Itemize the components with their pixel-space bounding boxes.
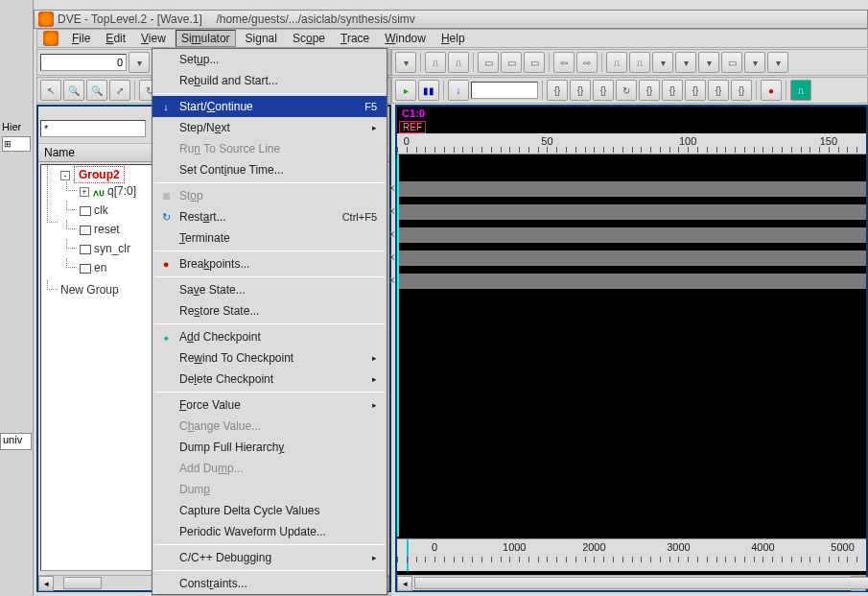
- sim-restart[interactable]: ↻Restart...Ctrl+F5: [152, 206, 387, 227]
- sim-delete-checkpoint[interactable]: Delete Checkpoint▸: [152, 369, 387, 390]
- title-bar: DVE - TopLevel.2 - [Wave.1] /home/guests…: [34, 10, 868, 29]
- menu-window[interactable]: Window: [379, 30, 432, 47]
- menu-trace[interactable]: Trace: [335, 30, 375, 47]
- menu-scope[interactable]: Scope: [287, 30, 331, 47]
- step-e-icon[interactable]: {}: [639, 80, 660, 101]
- cursor-c1-label[interactable]: C1:0: [399, 107, 864, 120]
- tb-more3-icon[interactable]: ▾: [698, 52, 719, 73]
- start-arrow-icon: ↓: [158, 99, 174, 114]
- menu-signal[interactable]: Signal: [240, 30, 283, 47]
- bp-icon[interactable]: ●: [761, 80, 782, 101]
- sim-set-continue-time[interactable]: Set Continue Time...: [152, 159, 387, 180]
- waveform-area[interactable]: x x x x x: [397, 155, 866, 536]
- hier-tree-toggle[interactable]: [2, 136, 31, 152]
- step-a-icon[interactable]: {}: [547, 80, 568, 101]
- sim-setup[interactable]: Setup...: [152, 49, 387, 70]
- sim-force-value[interactable]: Force Value▸: [152, 394, 387, 416]
- sim-restore-state[interactable]: Restore State...: [152, 300, 387, 322]
- simulator-menu-dropdown: Setup... Rebuild and Start... ↓Start/Con…: [152, 48, 387, 595]
- cursor-icon[interactable]: ↖: [40, 80, 61, 101]
- tb-more1-icon[interactable]: ▾: [652, 52, 673, 73]
- sim-dump-full[interactable]: Dump Full Hierarchy: [152, 437, 387, 458]
- tb-mod-icon[interactable]: ▾: [744, 52, 765, 73]
- wave-row-clk[interactable]: x: [399, 201, 866, 224]
- time-ruler-top[interactable]: 0 50 100 150: [397, 133, 866, 155]
- zoom-out-icon[interactable]: 🔍: [86, 80, 107, 101]
- tb-folder3-icon[interactable]: ▭: [524, 52, 545, 73]
- menu-view[interactable]: View: [135, 30, 172, 47]
- hier-label: Hier: [2, 121, 21, 132]
- sim-start-continue[interactable]: ↓Start/ContinueF5: [152, 96, 387, 117]
- wave-hscroll[interactable]: ◂ ▸: [397, 575, 866, 590]
- wave-cursor-labels: C1:0 REF: [399, 107, 864, 131]
- scroll-left-icon[interactable]: ◂: [38, 576, 54, 591]
- zoom-in-icon[interactable]: 🔍: [63, 80, 84, 101]
- title-app: DVE - TopLevel.2 - [Wave.1]: [58, 12, 202, 26]
- step-d-icon[interactable]: ↻: [616, 80, 637, 101]
- toolbar-4: ▸ ▮▮ ↓ {} {} {} ↻ {} {} {} {} {} ● ⎍: [391, 77, 868, 104]
- tb-more2-icon[interactable]: ▾: [675, 52, 696, 73]
- univ-dropdown[interactable]: univ: [0, 433, 32, 450]
- wave-view-icon[interactable]: ⎍: [790, 80, 811, 101]
- menu-edit[interactable]: Edit: [100, 30, 131, 47]
- tb-folder2-icon[interactable]: ▭: [501, 52, 522, 73]
- step-c-icon[interactable]: {}: [593, 80, 614, 101]
- sim-periodic-update[interactable]: Periodic Waveform Update...: [152, 521, 387, 542]
- tb-wave2-icon[interactable]: ⎍: [629, 52, 650, 73]
- sim-add-dump: Add Dump...: [152, 458, 387, 479]
- tb-page-icon[interactable]: ▭: [721, 52, 742, 73]
- tb-mod2-icon[interactable]: ▾: [767, 52, 788, 73]
- sim-terminate[interactable]: Terminate: [152, 227, 387, 249]
- zoom-fit-icon[interactable]: ⤢: [109, 80, 130, 101]
- cursor-ref-label[interactable]: REF: [399, 121, 426, 133]
- sim-add-checkpoint[interactable]: ⬥Add Checkpoint: [152, 326, 387, 347]
- sim-step-next[interactable]: Step/Next▸: [152, 117, 387, 138]
- time-cursor[interactable]: [407, 539, 409, 571]
- step-g-icon[interactable]: {}: [685, 80, 706, 101]
- step-b-icon[interactable]: {}: [570, 80, 591, 101]
- wave-scroll-left-icon[interactable]: ◂: [397, 576, 412, 591]
- sim-breakpoints[interactable]: ●Breakpoints...: [152, 253, 387, 274]
- wave-row-en[interactable]: x: [399, 270, 866, 293]
- sim-capture-delta[interactable]: Capture Delta Cycle Values: [152, 500, 387, 521]
- restart-icon: ↻: [158, 209, 174, 225]
- menu-help[interactable]: Help: [435, 30, 471, 47]
- dve-menu-icon[interactable]: [43, 31, 59, 46]
- sim-cc-debugging[interactable]: C/C++ Debugging▸: [152, 547, 387, 568]
- tb-btn-1[interactable]: ▾: [395, 52, 416, 73]
- waveform-pane: C1:0 REF 0 50 100 150 x x x x x 0 1000 2…: [395, 105, 868, 592]
- tb-fwd-icon[interactable]: ⇨: [576, 52, 598, 73]
- sim-change-value: Change Value...: [152, 416, 387, 437]
- wave-row-synclr[interactable]: x: [399, 247, 866, 270]
- wave-row-q[interactable]: x: [399, 178, 866, 201]
- sim-run-icon[interactable]: ▸: [395, 80, 416, 101]
- step-down-icon[interactable]: ↓: [448, 80, 469, 101]
- time-ruler-bottom[interactable]: 0 1000 2000 3000 4000 5000: [397, 538, 866, 571]
- tb-circuit-icon[interactable]: ⎍: [425, 52, 446, 73]
- menu-file[interactable]: File: [66, 30, 96, 47]
- sim-dump: Dump: [152, 479, 387, 500]
- run-for-input[interactable]: [471, 82, 538, 99]
- step-h-icon[interactable]: {}: [708, 80, 729, 101]
- dve-logo-icon: [38, 12, 54, 27]
- tb-circuit2-icon[interactable]: ⎍: [448, 52, 469, 73]
- tree-filter-input[interactable]: *: [40, 120, 146, 137]
- step-f-icon[interactable]: {}: [662, 80, 683, 101]
- time-unit-dropdown[interactable]: ▾: [129, 52, 150, 73]
- tb-folder-icon[interactable]: ▭: [478, 52, 499, 73]
- title-path: /home/guests/.../asiclab/synthesis/simv: [216, 12, 414, 26]
- menu-bar: File Edit View Simulator Signal Scope Tr…: [36, 29, 868, 48]
- sim-constraints[interactable]: Constraints...: [152, 573, 387, 594]
- time-input[interactable]: [40, 54, 127, 71]
- tb-wave-icon[interactable]: ⎍: [606, 52, 627, 73]
- tb-back-icon[interactable]: ⇦: [553, 52, 575, 73]
- wave-row-group[interactable]: [399, 155, 866, 178]
- sim-rewind-checkpoint[interactable]: Rewind To Checkpoint▸: [152, 347, 387, 369]
- step-i-icon[interactable]: {}: [731, 80, 752, 101]
- wave-row-reset[interactable]: x: [399, 224, 866, 247]
- sim-save-state[interactable]: Save State...: [152, 279, 387, 300]
- sim-stop-icon[interactable]: ▮▮: [418, 80, 439, 101]
- menu-simulator[interactable]: Simulator: [176, 30, 236, 47]
- sim-rebuild[interactable]: Rebuild and Start...: [152, 70, 387, 91]
- stop-icon: ⏹: [158, 188, 174, 203]
